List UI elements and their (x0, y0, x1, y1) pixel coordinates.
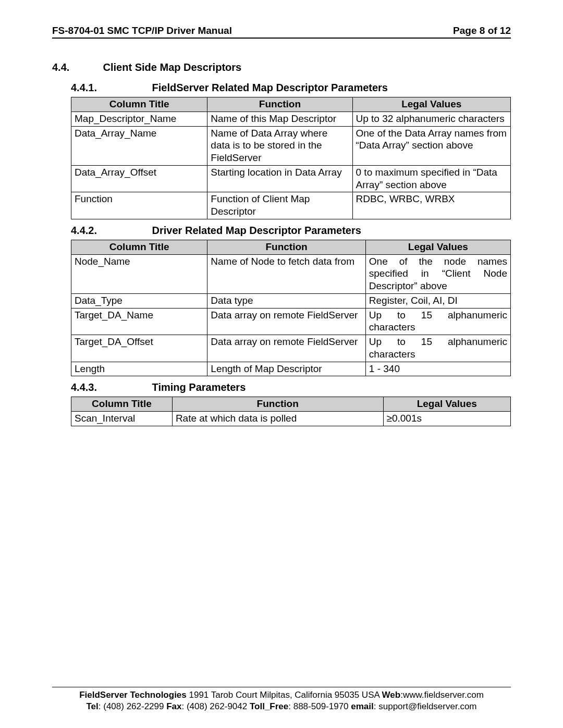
th-function: Function (207, 240, 365, 254)
page: FS-8704-01 SMC TCP/IP Driver Manual Page… (0, 0, 563, 728)
footer-email-label: email (351, 701, 373, 711)
table-row: Target_DA_Name Data array on remote Fiel… (71, 308, 511, 335)
th-column-title: Column Title (71, 397, 173, 412)
table-row: Map_Descriptor_Name Name of this Map Des… (71, 112, 511, 126)
footer-tollfree-value: : 888-509-1970 (288, 701, 351, 711)
table-row: Scan_Interval Rate at which data is poll… (71, 412, 511, 426)
cell: Data_Type (71, 293, 207, 308)
table-row: Node_Name Name of Node to fetch data fro… (71, 254, 511, 293)
subsection-number: 4.4.1. (71, 82, 149, 94)
footer-tollfree-label: Toll_Free (250, 701, 288, 711)
cell: Function of Client Map Descriptor (207, 192, 352, 219)
subsection-number: 4.4.2. (71, 225, 149, 237)
header-right: Page 8 of 12 (453, 25, 511, 36)
cell: ≥0.001s (383, 412, 511, 426)
th-function: Function (172, 397, 383, 412)
table-header-row: Column Title Function Legal Values (71, 97, 511, 112)
footer-fax-label: Fax (166, 701, 181, 711)
cell: Length of Map Descriptor (207, 362, 365, 376)
cell: Register, Coil, AI, DI (365, 293, 510, 308)
table-row: Length Length of Map Descriptor 1 - 340 (71, 362, 511, 376)
cell: Up to 15 alphanumeric characters (365, 308, 510, 335)
cell: Up to 15 alphanumeric characters (365, 335, 510, 362)
cell: Data array on remote FieldServer (207, 335, 365, 362)
subsection-title: Driver Related Map Descriptor Parameters (152, 225, 361, 236)
cell: 0 to maximum specified in “Data Array” s… (352, 165, 510, 192)
subsection-443-heading: 4.4.3. Timing Parameters (71, 381, 511, 393)
cell: Name of this Map Descriptor (207, 112, 352, 126)
th-legal-values: Legal Values (365, 240, 510, 254)
cell: Function (71, 192, 207, 219)
cell: Target_DA_Offset (71, 335, 207, 362)
page-content: 4.4. Client Side Map Descriptors 4.4.1. … (52, 39, 511, 687)
cell: Node_Name (71, 254, 207, 293)
subsection-441-heading: 4.4.1. FieldServer Related Map Descripto… (71, 82, 511, 94)
footer-address: 1991 Tarob Court Milpitas, California 95… (187, 690, 382, 700)
footer-fax-value: : (408) 262-9042 (182, 701, 250, 711)
cell: Data_Array_Name (71, 126, 207, 165)
cell: RDBC, WRBC, WRBX (352, 192, 510, 219)
th-function: Function (207, 97, 352, 112)
cell: One of the node names specified in “Clie… (365, 254, 510, 293)
section-heading: 4.4. Client Side Map Descriptors (52, 61, 511, 73)
footer-email-value: : support@fieldserver.com (374, 701, 477, 711)
cell: 1 - 340 (365, 362, 510, 376)
footer-web-value: :www.fieldserver.com (400, 690, 484, 700)
footer-line-1: FieldServer Technologies 1991 Tarob Cour… (52, 689, 511, 701)
cell: Up to 32 alphanumeric characters (352, 112, 510, 126)
cell: Name of Node to fetch data from (207, 254, 365, 293)
table-row: Data_Array_Offset Starting location in D… (71, 165, 511, 192)
subsection-title: FieldServer Related Map Descriptor Param… (152, 82, 388, 93)
section-number: 4.4. (52, 61, 100, 73)
footer-tel-label: Tel (86, 701, 98, 711)
page-footer: FieldServer Technologies 1991 Tarob Cour… (52, 687, 511, 712)
table-442: Column Title Function Legal Values Node_… (71, 240, 511, 377)
th-column-title: Column Title (71, 240, 207, 254)
th-legal-values: Legal Values (383, 397, 511, 412)
cell: Scan_Interval (71, 412, 173, 426)
subsection-442-heading: 4.4.2. Driver Related Map Descriptor Par… (71, 225, 511, 237)
th-legal-values: Legal Values (352, 97, 510, 112)
cell: Length (71, 362, 207, 376)
th-column-title: Column Title (71, 97, 207, 112)
table-443: Column Title Function Legal Values Scan_… (71, 397, 511, 426)
footer-company: FieldServer Technologies (79, 690, 187, 700)
footer-line-2: Tel: (408) 262-2299 Fax: (408) 262-9042 … (52, 701, 511, 712)
cell: Name of Data Array where data is to be s… (207, 126, 352, 165)
table-row: Target_DA_Offset Data array on remote Fi… (71, 335, 511, 362)
table-row: Function Function of Client Map Descript… (71, 192, 511, 219)
table-header-row: Column Title Function Legal Values (71, 240, 511, 254)
section-title: Client Side Map Descriptors (103, 61, 242, 73)
cell: One of the Data Array names from “Data A… (352, 126, 510, 165)
header-left: FS-8704-01 SMC TCP/IP Driver Manual (52, 25, 232, 36)
cell: Map_Descriptor_Name (71, 112, 207, 126)
subsection-title: Timing Parameters (152, 381, 246, 393)
footer-web-label: Web (382, 690, 401, 700)
table-row: Data_Type Data type Register, Coil, AI, … (71, 293, 511, 308)
cell: Target_DA_Name (71, 308, 207, 335)
footer-tel-value: : (408) 262-2299 (99, 701, 166, 711)
page-header: FS-8704-01 SMC TCP/IP Driver Manual Page… (52, 25, 511, 39)
cell: Data array on remote FieldServer (207, 308, 365, 335)
cell: Starting location in Data Array (207, 165, 352, 192)
table-row: Data_Array_Name Name of Data Array where… (71, 126, 511, 165)
cell: Rate at which data is polled (172, 412, 383, 426)
subsection-number: 4.4.3. (71, 381, 149, 393)
cell: Data_Array_Offset (71, 165, 207, 192)
cell: Data type (207, 293, 365, 308)
table-441: Column Title Function Legal Values Map_D… (71, 97, 511, 219)
table-header-row: Column Title Function Legal Values (71, 397, 511, 412)
